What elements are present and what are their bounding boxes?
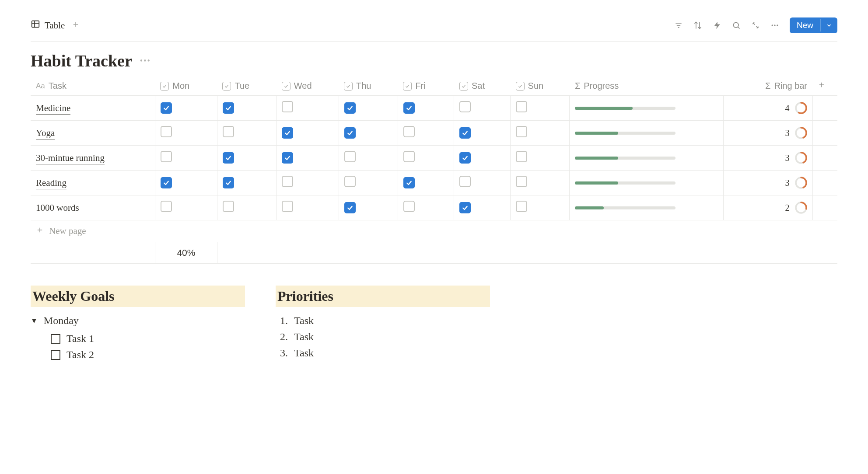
formula-icon: Σ	[765, 81, 770, 91]
col-tue[interactable]: Tue	[217, 77, 276, 96]
checkbox[interactable]	[223, 102, 234, 114]
table-row[interactable]: Reading3	[31, 171, 837, 195]
col-progress[interactable]: ΣProgress	[570, 77, 724, 96]
checkbox[interactable]	[161, 126, 172, 137]
page-more-icon[interactable]: •••	[140, 56, 151, 66]
checkbox-header-icon	[403, 82, 412, 91]
checkbox-header-icon	[282, 82, 290, 91]
col-fri[interactable]: Fri	[398, 77, 454, 96]
checkbox[interactable]	[403, 102, 415, 114]
checkbox[interactable]	[459, 176, 471, 187]
list-item[interactable]: Task	[290, 315, 490, 327]
svg-point-8	[733, 22, 738, 28]
col-sat[interactable]: Sat	[454, 77, 511, 96]
task-name[interactable]: Medicine	[36, 103, 70, 115]
bottom-columns: Weekly Goals ▼ Monday Task 1Task 2 Prior…	[31, 286, 837, 365]
checkbox[interactable]	[344, 102, 356, 114]
checkbox-icon[interactable]	[51, 350, 60, 360]
sort-icon[interactable]	[693, 21, 702, 30]
checkbox[interactable]	[282, 101, 293, 112]
col-task[interactable]: AaTask	[31, 77, 155, 96]
toggle-monday[interactable]: ▼ Monday	[31, 315, 245, 327]
more-icon[interactable]	[770, 21, 779, 30]
weekly-goals-heading[interactable]: Weekly Goals	[31, 286, 245, 307]
checkbox[interactable]	[223, 152, 234, 164]
task-name[interactable]: 30-mintue running	[36, 153, 105, 164]
checkbox[interactable]	[282, 201, 293, 212]
task-name[interactable]: Reading	[36, 178, 66, 189]
toggle-label: Monday	[44, 315, 79, 327]
list-item[interactable]: Task	[290, 347, 490, 359]
add-view-button[interactable]	[69, 20, 82, 31]
col-mon[interactable]: Mon	[155, 77, 217, 96]
checkbox[interactable]	[223, 177, 234, 188]
task-name[interactable]: Yoga	[36, 128, 55, 139]
new-button-label[interactable]: New	[790, 17, 820, 33]
checkbox[interactable]	[516, 126, 527, 137]
col-wed[interactable]: Wed	[276, 77, 339, 96]
view-name[interactable]: Table	[45, 20, 65, 31]
new-button[interactable]: New	[790, 17, 837, 33]
checkbox[interactable]	[161, 102, 172, 114]
triangle-down-icon: ▼	[31, 317, 38, 325]
new-page-label: New page	[49, 226, 86, 237]
checkbox[interactable]	[459, 101, 471, 112]
list-item[interactable]: Task	[290, 331, 490, 343]
title-row: Habit Tracker •••	[31, 51, 837, 70]
ring-bar: 2	[729, 202, 807, 214]
page-title[interactable]: Habit Tracker	[31, 51, 132, 70]
table-row[interactable]: Medicine4	[31, 96, 837, 121]
new-page-row[interactable]: New page	[31, 220, 837, 242]
weekly-goals-section: Weekly Goals ▼ Monday Task 1Task 2	[31, 286, 245, 365]
checkbox[interactable]	[516, 201, 527, 212]
search-icon[interactable]	[732, 21, 741, 30]
checkbox[interactable]	[344, 202, 356, 213]
add-column-button[interactable]	[812, 77, 837, 96]
checkbox[interactable]	[459, 202, 471, 213]
todo-item[interactable]: Task 1	[51, 333, 245, 345]
checkbox[interactable]	[223, 201, 234, 212]
ring-bar: 4	[729, 102, 807, 114]
checkbox[interactable]	[403, 126, 415, 137]
table-footer-row: 40%	[31, 242, 837, 264]
col-ringbar[interactable]: ΣRing bar	[724, 77, 812, 96]
checkbox[interactable]	[403, 177, 415, 188]
checkbox[interactable]	[282, 152, 293, 164]
checkbox[interactable]	[516, 176, 527, 187]
new-button-caret[interactable]	[820, 19, 837, 31]
checkbox[interactable]	[403, 151, 415, 162]
checkbox[interactable]	[161, 201, 172, 212]
automation-icon[interactable]	[713, 21, 721, 30]
table-row[interactable]: 30-mintue running3	[31, 146, 837, 171]
filter-icon[interactable]	[674, 21, 683, 30]
todo-label: Task 1	[66, 333, 94, 345]
checkbox[interactable]	[282, 127, 293, 139]
checkbox[interactable]	[161, 177, 172, 188]
table-row[interactable]: 1000 words2	[31, 195, 837, 220]
expand-icon[interactable]	[751, 21, 760, 30]
checkbox[interactable]	[516, 151, 527, 162]
checkbox[interactable]	[344, 127, 356, 139]
col-sun[interactable]: Sun	[511, 77, 570, 96]
table-row[interactable]: Yoga3	[31, 121, 837, 146]
checkbox[interactable]	[516, 101, 527, 112]
checkbox[interactable]	[344, 176, 356, 187]
checkbox[interactable]	[282, 176, 293, 187]
habit-table: AaTask Mon Tue Wed Thu Fri Sat Sun ΣProg…	[31, 77, 837, 264]
table-icon	[31, 19, 40, 31]
svg-point-10	[771, 24, 773, 26]
checkbox[interactable]	[403, 201, 415, 212]
checkbox[interactable]	[344, 151, 356, 162]
progress-bar	[575, 132, 676, 135]
checkbox[interactable]	[223, 126, 234, 137]
task-name[interactable]: 1000 words	[36, 202, 79, 214]
checkbox-icon[interactable]	[51, 334, 60, 344]
checkbox[interactable]	[459, 127, 471, 139]
checkbox[interactable]	[161, 151, 172, 162]
col-thu[interactable]: Thu	[339, 77, 398, 96]
todo-item[interactable]: Task 2	[51, 349, 245, 361]
priorities-heading[interactable]: Priorities	[276, 286, 490, 307]
checkbox[interactable]	[459, 152, 471, 164]
ring-bar: 3	[729, 127, 807, 139]
ring-bar: 3	[729, 152, 807, 164]
